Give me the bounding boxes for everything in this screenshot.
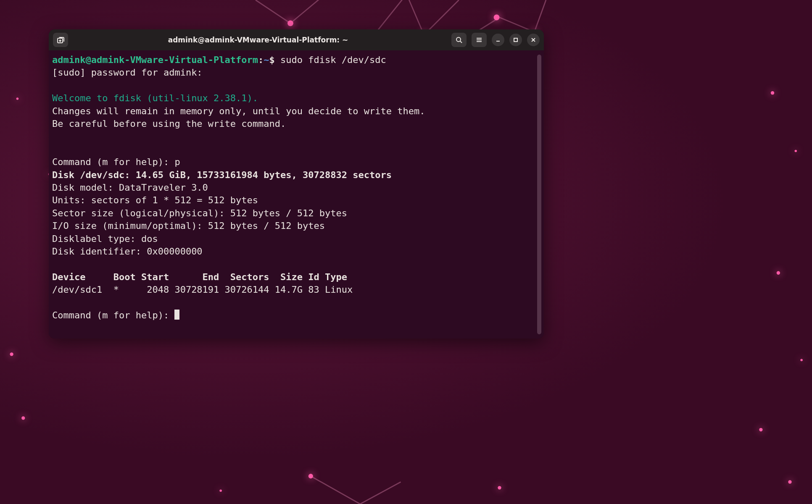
disklabel-type: Disklabel type: dos: [52, 234, 158, 244]
maximize-icon: [513, 37, 519, 43]
svg-point-13: [494, 15, 500, 21]
close-icon: [530, 37, 536, 43]
svg-point-10: [287, 20, 293, 26]
io-size: I/O size (minimum/optimal): 512 bytes / …: [52, 220, 325, 231]
new-tab-button[interactable]: [53, 33, 68, 47]
fdisk-note-1: Changes will remain in memory only, unti…: [52, 106, 425, 116]
new-tab-icon: [57, 36, 64, 44]
svg-line-7: [534, 0, 546, 32]
minimize-icon: [495, 37, 501, 43]
search-button[interactable]: [451, 33, 467, 47]
svg-point-25: [788, 480, 791, 483]
svg-point-31: [456, 37, 461, 42]
svg-point-21: [795, 150, 797, 152]
svg-line-8: [311, 476, 360, 504]
svg-point-17: [21, 416, 25, 420]
svg-point-24: [759, 428, 762, 431]
svg-point-26: [219, 489, 222, 492]
svg-point-16: [10, 352, 13, 356]
titlebar[interactable]: admink@admink-VMware-Virtual-Platform: ~: [49, 29, 544, 50]
prompt-path: ~: [264, 55, 269, 65]
svg-line-0: [256, 0, 290, 23]
fdisk-welcome: Welcome to fdisk (util-linux 2.38.1).: [52, 93, 258, 103]
svg-line-9: [360, 482, 401, 504]
disk-units: Units: sectors of 1 * 512 = 512 bytes: [52, 195, 258, 205]
svg-line-32: [460, 41, 462, 43]
sudo-prompt: [sudo] password for admink:: [52, 67, 203, 78]
search-icon: [455, 36, 463, 44]
svg-point-15: [308, 474, 313, 478]
prompt-user-host: admink@admink-VMware-Virtual-Platform: [52, 55, 258, 65]
sector-size: Sector size (logical/physical): 512 byte…: [52, 208, 347, 218]
svg-line-1: [290, 0, 325, 23]
partition-row: /dev/sdc1 * 2048 30728191 30726144 14.7G…: [52, 284, 353, 295]
maximize-button[interactable]: [509, 34, 522, 46]
svg-point-23: [800, 359, 803, 361]
command-text: sudo fdisk /dev/sdc: [280, 55, 386, 65]
prompt-sep: :: [258, 55, 264, 65]
hamburger-icon: [475, 36, 483, 44]
disk-summary: Disk /dev/sdc: 14.65 GiB, 15733161984 by…: [52, 170, 392, 180]
svg-point-19: [16, 97, 19, 100]
svg-point-20: [771, 91, 774, 94]
disk-identifier: Disk identifier: 0x00000000: [52, 246, 203, 257]
scrollbar[interactable]: [537, 55, 541, 334]
svg-point-22: [777, 271, 780, 275]
minimize-button[interactable]: [492, 34, 504, 46]
fdisk-cmd-1: Command (m for help): p: [52, 157, 180, 167]
prompt-sigil: $: [269, 55, 275, 65]
fdisk-note-2: Be careful before using the write comman…: [52, 118, 286, 129]
terminal-area[interactable]: admink@admink-VMware-Virtual-Platform:~$…: [49, 50, 544, 339]
menu-button[interactable]: [472, 33, 487, 47]
fdisk-cmd-2: Command (m for help):: [52, 310, 174, 320]
partition-header: Device Boot Start End Sectors Size Id Ty…: [52, 272, 347, 282]
svg-rect-37: [514, 38, 517, 42]
close-button[interactable]: [527, 34, 540, 46]
terminal-window: admink@admink-VMware-Virtual-Platform: ~: [49, 29, 544, 339]
cursor: [174, 310, 179, 320]
window-title: admink@admink-VMware-Virtual-Platform: ~: [71, 36, 445, 44]
disk-model: Disk model: DataTraveler 3.0: [52, 182, 208, 193]
terminal-output: admink@admink-VMware-Virtual-Platform:~$…: [52, 54, 540, 322]
svg-point-27: [498, 486, 501, 489]
